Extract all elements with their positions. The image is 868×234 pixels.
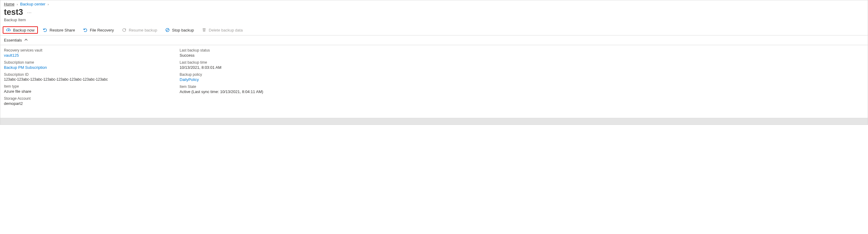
- field-subscription-name: Subscription name Backup PM Subscription: [4, 60, 143, 70]
- breadcrumb-backup-center[interactable]: Backup center: [20, 2, 45, 6]
- refresh-icon: [122, 28, 127, 32]
- state-value: Active (Last sync time: 10/13/2021, 8:04…: [180, 89, 319, 94]
- sub-name-label: Subscription name: [4, 60, 143, 64]
- undo-icon: [83, 28, 88, 32]
- file-recovery-label: File Recovery: [90, 28, 114, 32]
- sub-id-label: Subscription ID: [4, 72, 143, 77]
- stop-backup-label: Stop backup: [172, 28, 194, 32]
- field-item-state: Item State Active (Last sync time: 10/13…: [180, 85, 319, 94]
- item-type-label: Item type: [4, 84, 143, 88]
- essentials-panel: Recovery services vault vault125 Subscri…: [0, 45, 868, 110]
- policy-label: Backup policy: [180, 72, 319, 77]
- breadcrumb-home[interactable]: Home: [4, 2, 14, 6]
- field-storage-account: Storage Account demopart2: [4, 96, 143, 106]
- field-last-backup-status: Last backup status Success: [180, 48, 319, 58]
- essentials-toggle[interactable]: Essentials: [0, 35, 868, 45]
- page-title: test3: [4, 7, 23, 17]
- restore-share-label: Restore Share: [50, 28, 75, 32]
- resume-backup-button: Resume backup: [119, 26, 160, 34]
- essentials-label: Essentials: [4, 38, 22, 42]
- policy-value[interactable]: DailyPolicy: [180, 77, 319, 82]
- chevron-up-icon: [24, 38, 28, 42]
- essentials-right-column: Last backup status Success Last backup t…: [180, 48, 319, 106]
- essentials-left-column: Recovery services vault vault125 Subscri…: [4, 48, 143, 106]
- trash-icon: [202, 28, 207, 32]
- sub-name-value[interactable]: Backup PM Subscription: [4, 65, 143, 70]
- field-item-type: Item type Azure file share: [4, 84, 143, 94]
- page-subtitle: Backup Item: [4, 18, 864, 22]
- last-time-label: Last backup time: [180, 60, 319, 64]
- last-status-value: Success: [180, 53, 319, 58]
- backup-now-button[interactable]: Backup now: [3, 26, 38, 34]
- svg-line-1: [166, 29, 169, 31]
- delete-backup-button: Delete backup data: [199, 26, 246, 34]
- state-label: Item State: [180, 85, 319, 89]
- block-icon: [165, 28, 170, 32]
- last-status-label: Last backup status: [180, 48, 319, 53]
- storage-value: demopart2: [4, 101, 143, 106]
- item-type-value: Azure file share: [4, 89, 143, 94]
- toolbar: Backup now Restore Share File Recovery: [0, 25, 868, 35]
- restore-share-button[interactable]: Restore Share: [40, 26, 78, 34]
- field-vault: Recovery services vault vault125: [4, 48, 143, 58]
- file-recovery-button[interactable]: File Recovery: [80, 26, 117, 34]
- footer-bar: [0, 118, 868, 124]
- breadcrumb: Home › Backup center ›: [0, 0, 868, 7]
- resume-backup-label: Resume backup: [129, 28, 157, 32]
- field-backup-policy: Backup policy DailyPolicy: [180, 72, 319, 82]
- storage-label: Storage Account: [4, 96, 143, 100]
- more-icon[interactable]: ···: [27, 10, 32, 15]
- vault-value[interactable]: vault125: [4, 53, 143, 58]
- field-subscription-id: Subscription ID 123abc-123abc-123abc-123…: [4, 72, 143, 82]
- field-last-backup-time: Last backup time 10/13/2021, 8:03:01 AM: [180, 60, 319, 70]
- page-header: test3 ··· Backup Item: [0, 7, 868, 25]
- chevron-right-icon: ›: [17, 2, 18, 6]
- stop-backup-button[interactable]: Stop backup: [162, 26, 197, 34]
- sub-id-value: 123abc-123abc-123abc-123abc-123abc-123ab…: [4, 77, 143, 82]
- undo-icon: [43, 28, 48, 32]
- backup-now-label: Backup now: [13, 28, 34, 32]
- vault-label: Recovery services vault: [4, 48, 143, 53]
- cloud-backup-icon: [6, 28, 11, 32]
- last-time-value: 10/13/2021, 8:03:01 AM: [180, 65, 319, 70]
- delete-backup-label: Delete backup data: [209, 28, 243, 32]
- chevron-right-icon: ›: [48, 2, 49, 6]
